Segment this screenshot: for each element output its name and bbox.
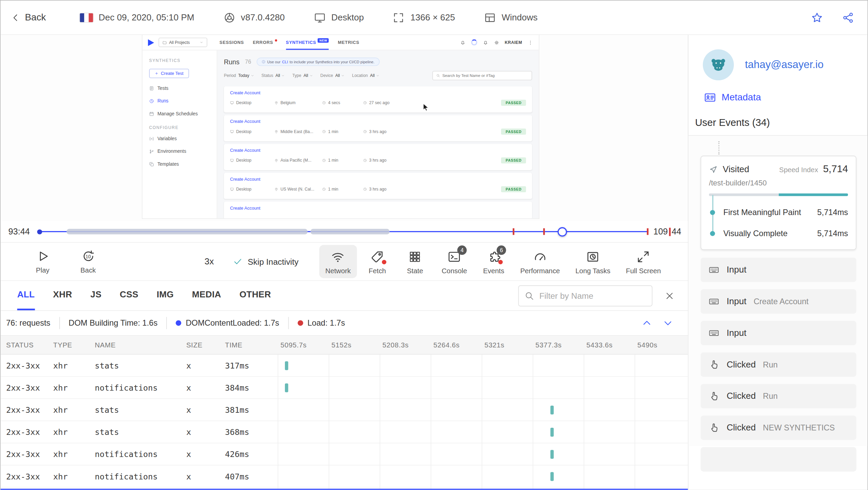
network-tab-js[interactable]: JS: [91, 281, 102, 310]
visited-event-card[interactable]: Visited Speed Index 5,714 /test-builder/…: [701, 156, 856, 250]
run-duration: 1 min: [322, 129, 363, 134]
app-sidebar-item-variables[interactable]: Variables: [149, 136, 210, 141]
network-tab-all[interactable]: ALL: [17, 281, 35, 310]
share-icon[interactable]: [842, 11, 854, 23]
panel-button-fetch[interactable]: Fetch: [360, 245, 395, 278]
speed-index-value: 5,714: [823, 163, 848, 175]
play-button[interactable]: Play: [25, 249, 60, 274]
network-request-row[interactable]: 2xx-3xxxhrstatsx381ms: [1, 399, 688, 421]
run-name-link[interactable]: Create Account: [230, 119, 526, 124]
run-when-text: 3 hrs ago: [369, 187, 386, 192]
network-tab-img[interactable]: IMG: [157, 281, 174, 310]
close-panel-icon[interactable]: [664, 291, 674, 300]
pointer-icon: [708, 422, 720, 434]
request-time: 381ms: [225, 405, 278, 414]
user-event-input[interactable]: Input: [701, 258, 856, 282]
run-name-link[interactable]: Create Account: [230, 206, 526, 211]
run-card[interactable]: Create AccountDesktopUS West (N. Cal...1…: [224, 173, 532, 199]
app-filter-status[interactable]: StatusAll: [261, 73, 285, 78]
jump-next-icon[interactable]: [662, 317, 674, 329]
user-event-input[interactable]: Input: [701, 321, 856, 345]
app-filter-period[interactable]: PeriodToday: [224, 73, 254, 78]
net-tabs-host: ALLXHRJSCSSIMGMEDIAOTHER: [17, 281, 289, 310]
network-request-row[interactable]: 2xx-3xxxhrnotificationsx384ms: [1, 377, 688, 399]
app-filter-type[interactable]: TypeAll: [292, 73, 313, 78]
app-filter-location[interactable]: LocationAll: [352, 73, 380, 78]
app-sidebar-item-tests[interactable]: Tests: [149, 85, 210, 91]
pin-icon: [274, 130, 278, 133]
panel-button-events[interactable]: 6Events: [477, 245, 511, 278]
monitor-icon: [230, 101, 234, 104]
panel-button-full-screen[interactable]: Full Screen: [620, 245, 667, 278]
skip-inactivity-toggle[interactable]: Skip Inactivity: [233, 257, 301, 266]
user-menu[interactable]: KRAIEM: [505, 40, 522, 45]
back-button[interactable]: Back: [11, 12, 80, 23]
run-name-link[interactable]: Create Account: [230, 148, 526, 153]
network-request-row[interactable]: 2xx-3xxxhrstatsx368ms: [1, 421, 688, 443]
project-selector[interactable]: All Projects: [159, 38, 207, 47]
run-card[interactable]: Create AccountDesktopMiddle East (Ba...1…: [224, 115, 532, 142]
kebab-menu-icon[interactable]: [528, 39, 533, 45]
network-tab-xhr[interactable]: XHR: [53, 281, 72, 310]
network-tab-media[interactable]: MEDIA: [192, 281, 221, 310]
app-sidebar-item-runs[interactable]: Runs: [149, 98, 210, 103]
browser-icon: [223, 11, 236, 23]
user-event-click[interactable]: ClickedRun: [701, 384, 856, 408]
announcements-bell-icon[interactable]: [460, 39, 465, 45]
network-filter-box[interactable]: [518, 285, 653, 306]
panel-button-console[interactable]: 4Console: [435, 245, 473, 278]
run-name-link[interactable]: Create Account: [230, 177, 526, 182]
timeline-track[interactable]: [38, 221, 648, 242]
user-event-input[interactable]: InputCreate Account: [701, 289, 856, 314]
back-10-button[interactable]: 10 Back: [70, 249, 106, 274]
notifications-bell-icon[interactable]: [483, 39, 488, 45]
test-search-input[interactable]: [442, 73, 528, 78]
check-icon: [233, 257, 243, 266]
network-request-row[interactable]: 2xx-3xxxhrnotificationsx426ms: [1, 443, 688, 466]
network-tab-css[interactable]: CSS: [120, 281, 139, 310]
settings-gear-icon[interactable]: [494, 39, 499, 45]
app-tab-errors[interactable]: ERRORS: [253, 35, 277, 50]
app-sidebar-item-label: Runs: [157, 98, 168, 103]
test-search-box[interactable]: [432, 71, 532, 80]
run-card[interactable]: Create AccountDesktopBelgium4 secs27 sec…: [224, 86, 532, 113]
run-duration: 1 min: [322, 187, 363, 192]
panel-button-state[interactable]: State: [398, 245, 432, 278]
network-filter-input[interactable]: [539, 291, 646, 300]
create-test-button[interactable]: Create Test: [149, 69, 189, 78]
network-table-header: STATUS TYPE NAME SIZE TIME 5095.7s5152s5…: [1, 336, 688, 355]
player-controls: Play 10 Back 3x Skip Inactivity NetworkF…: [1, 242, 688, 281]
app-sidebar-item-templates[interactable]: Templates: [149, 161, 210, 167]
user-event-partial[interactable]: [701, 447, 856, 472]
metric-label: First Meaningful Paint: [723, 208, 817, 217]
metadata-button[interactable]: Metadata: [688, 80, 868, 103]
panel-button-performance[interactable]: Performance: [514, 245, 566, 278]
network-tab-other[interactable]: OTHER: [239, 281, 271, 310]
panel-button-network[interactable]: Network: [319, 245, 357, 278]
run-card[interactable]: Create Account: [224, 202, 532, 219]
app-tab-sessions[interactable]: SESSIONS: [220, 35, 244, 50]
user-event-click[interactable]: ClickedRun: [701, 353, 856, 377]
user-email[interactable]: tahay@asayer.io: [745, 59, 824, 71]
app-sidebar-item-manage-schedules[interactable]: Manage Schedules: [149, 111, 210, 116]
app-tab-synthetics[interactable]: SYNTHETICSNEW: [286, 35, 329, 50]
speed-control[interactable]: 3x: [205, 257, 214, 266]
run-name-link[interactable]: Create Account: [230, 90, 526, 95]
user-event-click[interactable]: ClickedNEW SYNTHETICS: [701, 415, 856, 440]
app-filter-device[interactable]: DeviceAll: [320, 73, 345, 78]
request-time: 426ms: [225, 450, 278, 458]
hippo-icon: [708, 54, 729, 76]
network-request-row[interactable]: 2xx-3xxxhrnotificationsx407ms: [1, 466, 688, 488]
caret-icon: [309, 74, 313, 78]
cli-link[interactable]: CLI: [282, 60, 288, 64]
network-request-row[interactable]: 2xx-3xxxhrstatsx317ms: [1, 355, 688, 377]
clock-icon: [363, 130, 367, 133]
app-sidebar-item-environments[interactable]: Environments: [149, 148, 210, 154]
request-status: 2xx-3xx: [6, 427, 53, 436]
favorite-star-icon[interactable]: [811, 11, 823, 23]
run-card[interactable]: Create AccountDesktopAsia Pacific (M...1…: [224, 144, 532, 170]
app-tab-metrics[interactable]: METRICS: [338, 35, 359, 50]
panel-button-long-tasks[interactable]: Long Tasks: [569, 245, 616, 278]
timeline-seek-knob[interactable]: [558, 227, 567, 236]
jump-prev-icon[interactable]: [641, 317, 653, 329]
